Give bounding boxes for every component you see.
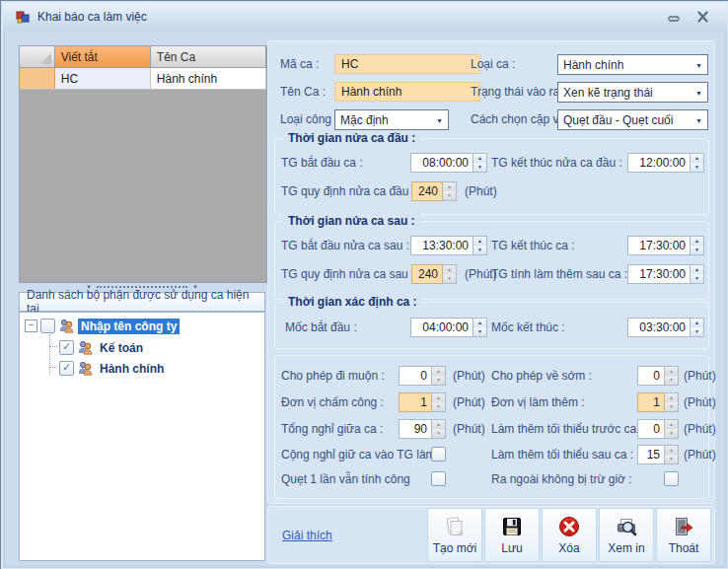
tree-label-hanh-chinh[interactable]: Hành chính [97, 361, 167, 377]
create-button[interactable]: Tạo mới [427, 508, 482, 562]
spin-down-icon[interactable]: ▼ [691, 274, 703, 283]
spin-down-icon[interactable]: ▼ [443, 274, 456, 283]
cell-ten-ca[interactable]: Hành chính [151, 68, 266, 89]
spinner-buttons[interactable]: ▲▼ [691, 264, 704, 284]
single-swipe-checkbox[interactable] [431, 471, 446, 486]
spinner-buttons[interactable]: ▲▼ [473, 153, 487, 173]
spin-up-icon[interactable]: ▲ [665, 393, 678, 402]
spinner-buttons[interactable]: ▲▼ [665, 392, 679, 412]
spin-up-icon[interactable]: ▲ [665, 367, 678, 376]
mid-break-spinner[interactable]: 90 ▲▼ [399, 419, 446, 439]
spin-up-icon[interactable]: ▲ [665, 446, 678, 455]
spin-up-icon[interactable]: ▲ [473, 237, 486, 246]
spin-up-icon[interactable]: ▲ [691, 265, 703, 274]
spin-down-icon[interactable]: ▼ [691, 327, 703, 336]
cach-chon-select[interactable]: Quẹt đầu - Quẹt cuối▼ [557, 109, 708, 130]
exit-button[interactable]: Thoát [656, 508, 711, 562]
tree-item-company[interactable]: − Nhập tên công ty [25, 317, 180, 335]
tree-item-ke-toan[interactable]: ✓ Kế toán [59, 338, 146, 357]
trang-thai-select[interactable]: Xen kẽ trạng thái▼ [557, 82, 708, 103]
explanation-link[interactable]: Giải thích [282, 529, 332, 542]
spinner-buttons[interactable]: ▲▼ [432, 419, 446, 439]
minimize-button[interactable] [668, 11, 681, 23]
spin-up-icon[interactable]: ▲ [432, 420, 445, 429]
spin-up-icon[interactable]: ▲ [691, 154, 703, 163]
overtime-after-spinner[interactable]: 17:30:00 ▲▼ [627, 264, 704, 284]
spinner-buttons[interactable]: ▲▼ [691, 236, 704, 255]
spinner-buttons[interactable]: ▲▼ [691, 153, 704, 173]
early-allow-spinner[interactable]: 0 ▲▼ [637, 366, 679, 386]
late-allow-spinner[interactable]: 0 ▲▼ [399, 366, 446, 386]
work-unit-spinner[interactable]: 1 ▲▼ [399, 392, 446, 412]
spin-up-icon[interactable]: ▲ [432, 393, 445, 402]
spin-up-icon[interactable]: ▲ [432, 367, 445, 376]
print-preview-button[interactable]: Xem in [599, 508, 654, 562]
grid-select-all-header[interactable] [20, 46, 55, 67]
cell-viet-tat[interactable]: HC [55, 68, 151, 89]
ke-toan-checkbox[interactable]: ✓ [59, 340, 74, 355]
spin-up-icon[interactable]: ▲ [665, 420, 678, 429]
loai-ca-select[interactable]: Hành chính▼ [557, 54, 708, 75]
overtime-unit-spinner[interactable]: 1 ▲▼ [637, 392, 679, 412]
company-checkbox[interactable] [40, 319, 55, 333]
grid-header-ten-ca[interactable]: Tên Ca [151, 46, 266, 67]
spin-down-icon[interactable]: ▼ [432, 429, 445, 438]
spin-down-icon[interactable]: ▼ [443, 191, 456, 200]
loai-cong-select[interactable]: Mặc định▼ [334, 109, 449, 130]
spin-down-icon[interactable]: ▼ [665, 455, 678, 463]
start-time-spinner[interactable]: 08:00:00 ▲▼ [410, 153, 487, 173]
spin-down-icon[interactable]: ▼ [691, 163, 703, 172]
add-break-checkbox[interactable] [431, 447, 446, 462]
spinner-buttons[interactable]: ▲▼ [665, 419, 679, 439]
shift-end-spinner[interactable]: 17:30:00 ▲▼ [627, 236, 704, 255]
chevron-down-icon[interactable]: ▼ [695, 117, 702, 124]
first-half-end-spinner[interactable]: 12:00:00 ▲▼ [627, 153, 704, 173]
second-half-duration-spinner[interactable]: 240 ▲▼ [411, 264, 457, 284]
delete-button[interactable]: Xóa [542, 508, 597, 562]
row-indicator-cell[interactable] [20, 68, 55, 89]
spin-down-icon[interactable]: ▼ [691, 246, 703, 254]
spin-down-icon[interactable]: ▼ [473, 246, 486, 254]
spin-down-icon[interactable]: ▼ [432, 402, 445, 411]
spin-up-icon[interactable]: ▲ [443, 182, 456, 191]
save-button[interactable]: Lưu [484, 508, 540, 562]
spin-up-icon[interactable]: ▲ [691, 237, 703, 246]
min-ot-before-spinner[interactable]: 0 ▲▼ [637, 419, 679, 439]
first-half-duration-spinner[interactable]: 240 ▲▼ [411, 181, 457, 201]
close-icon[interactable] [696, 11, 709, 23]
hanh-chinh-checkbox[interactable]: ✓ [59, 361, 74, 376]
spin-up-icon[interactable]: ▲ [473, 154, 486, 163]
spin-down-icon[interactable]: ▼ [473, 163, 486, 172]
spin-down-icon[interactable]: ▼ [473, 327, 486, 336]
spinner-buttons[interactable]: ▲▼ [691, 318, 704, 337]
min-ot-after-spinner[interactable]: 15 ▲▼ [637, 445, 679, 464]
tree-label-company[interactable]: Nhập tên công ty [78, 319, 180, 334]
tree-label-ke-toan[interactable]: Kế toán [97, 340, 146, 356]
second-half-start-spinner[interactable]: 13:30:00 ▲▼ [410, 236, 487, 255]
ten-ca-input[interactable]: Hành chính [334, 82, 480, 102]
anchor-start-spinner[interactable]: 04:00:00 ▲▼ [410, 318, 487, 337]
spinner-buttons[interactable]: ▲▼ [432, 392, 446, 412]
spinner-buttons[interactable]: ▲▼ [443, 181, 457, 201]
spinner-buttons[interactable]: ▲▼ [443, 264, 457, 284]
spinner-buttons[interactable]: ▲▼ [432, 366, 446, 386]
ma-ca-input[interactable]: HC [334, 54, 480, 74]
spin-up-icon[interactable]: ▲ [473, 319, 486, 327]
spin-down-icon[interactable]: ▼ [432, 376, 445, 385]
spin-up-icon[interactable]: ▲ [691, 319, 703, 327]
anchor-end-spinner[interactable]: 03:30:00 ▲▼ [627, 318, 704, 337]
chevron-down-icon[interactable]: ▼ [695, 62, 702, 69]
tree-item-hanh-chinh[interactable]: ✓ Hành chính [59, 359, 167, 378]
collapse-icon[interactable]: − [25, 320, 37, 332]
spinner-buttons[interactable]: ▲▼ [665, 366, 679, 386]
spinner-buttons[interactable]: ▲▼ [473, 318, 487, 337]
no-deduct-checkbox[interactable] [664, 471, 679, 486]
chevron-down-icon[interactable]: ▼ [436, 117, 443, 124]
spin-down-icon[interactable]: ▼ [665, 402, 678, 411]
spinner-buttons[interactable]: ▲▼ [473, 236, 487, 255]
spin-down-icon[interactable]: ▼ [665, 376, 678, 385]
spin-down-icon[interactable]: ▼ [665, 429, 678, 438]
spinner-buttons[interactable]: ▲▼ [665, 445, 679, 464]
chevron-down-icon[interactable]: ▼ [695, 90, 702, 97]
grid-header-viet-tat[interactable]: Viết tắt [55, 46, 151, 67]
